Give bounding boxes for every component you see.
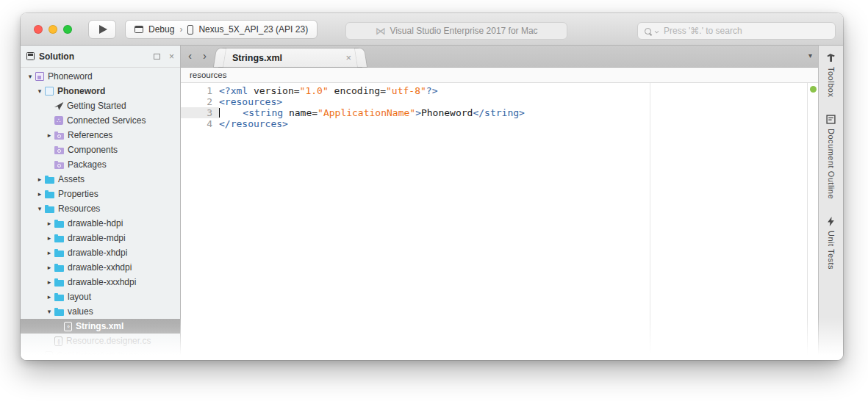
code-token: Phoneword: [421, 107, 473, 118]
editor-column: ‹ › Strings.xml × ▾ resources 1<?xml ver…: [181, 46, 818, 360]
solution-pad-header: Solution ×: [21, 46, 180, 68]
code-token: name: [289, 107, 312, 118]
close-window-button[interactable]: [34, 25, 43, 34]
tree-item[interactable]: ▸Properties: [21, 187, 180, 201]
code-line-text: <string name="ApplicationName">Phoneword…: [219, 107, 806, 118]
expand-arrow-icon[interactable]: ▸: [35, 176, 45, 183]
code-token: </string>: [473, 107, 524, 118]
tree-item[interactable]: ▸Assets: [21, 172, 180, 187]
rocket-icon: [54, 101, 63, 110]
folder-blue-icon: [45, 192, 54, 198]
tree-item[interactable]: ▸drawable-xxxhdpi: [21, 275, 180, 289]
expand-arrow-icon[interactable]: ▸: [44, 132, 54, 139]
expand-arrow-icon[interactable]: ▸: [44, 293, 54, 300]
code-token: [283, 107, 289, 118]
tab-strings-xml[interactable]: Strings.xml ×: [219, 48, 362, 67]
tree-item[interactable]: ▾Phoneword: [21, 84, 180, 98]
tree-item-label: Connected Services: [67, 115, 146, 126]
tree-item[interactable]: ▸drawable-xxhdpi: [21, 260, 180, 275]
pad-close-button[interactable]: ×: [169, 52, 174, 61]
tree-item[interactable]: Packages: [21, 157, 180, 172]
code-token: <?xml: [219, 85, 254, 96]
expand-arrow-icon[interactable]: ▸: [44, 234, 54, 242]
visual-studio-logo-icon: ⋈: [375, 26, 385, 36]
folder-blue-icon: [54, 309, 64, 316]
expand-arrow-icon[interactable]: ▸: [35, 190, 45, 198]
solution-pad-title: Solution: [39, 51, 145, 62]
expand-arrow-icon[interactable]: ▸: [44, 249, 54, 256]
folder-blue-icon: [54, 280, 64, 287]
tree-item-label: Resources: [58, 204, 100, 214]
tree-item[interactable]: ▾values: [21, 304, 180, 319]
tree-item[interactable]: ▸layout: [21, 289, 180, 304]
unit-tests-lightning-icon: [827, 217, 835, 226]
folder-blue-icon: [45, 206, 54, 213]
line-number: 3: [181, 107, 219, 118]
code-line[interactable]: 1<?xml version="1.0" encoding="utf-8"?>: [181, 85, 806, 96]
tree-item[interactable]: ▸drawable-hdpi: [21, 216, 180, 231]
expand-arrow-icon[interactable]: ▸: [44, 278, 54, 286]
traffic-lights: [34, 25, 72, 34]
pad-dock-button[interactable]: [154, 52, 160, 61]
tree-item[interactable]: Resource.designer.cs: [21, 334, 180, 348]
tree-item[interactable]: Getting Started: [21, 98, 180, 113]
zoom-window-button[interactable]: [63, 25, 72, 34]
code-token: </resources>: [219, 118, 288, 129]
code-editor[interactable]: 1<?xml version="1.0" encoding="utf-8"?>2…: [181, 85, 806, 129]
tree-item[interactable]: ▸drawable-xhdpi: [21, 245, 180, 260]
dock-tab-toolbox[interactable]: Toolbox: [826, 53, 836, 97]
code-token: [329, 85, 334, 96]
indicator-margin[interactable]: [807, 83, 818, 360]
tab-list-dropdown-icon[interactable]: ▾: [808, 51, 812, 60]
titlebar[interactable]: Debug › Nexus_5X_API_23 (API 23) ⋈ Visua…: [21, 13, 843, 46]
code-token: =: [380, 85, 386, 96]
health-indicator-dot[interactable]: [810, 86, 817, 93]
tree-item-label: drawable-xhdpi: [68, 248, 127, 258]
configuration-label: Debug: [148, 24, 174, 35]
code-token: >: [415, 107, 421, 118]
tree-item-label: drawable-hdpi: [68, 218, 123, 228]
dock-tab-label: Unit Tests: [827, 231, 836, 270]
collapse-arrow-icon[interactable]: ▾: [35, 87, 45, 95]
breadcrumb-bar[interactable]: resources: [181, 68, 818, 83]
tree-item[interactable]: CallHistoryActivity.cs: [21, 348, 180, 360]
tree-item-label: Assets: [58, 174, 85, 184]
tab-close-icon[interactable]: ×: [345, 52, 351, 63]
tree-item-label: Packages: [68, 159, 107, 170]
navigate-forward-button[interactable]: ›: [203, 49, 207, 62]
tree-item[interactable]: ▸drawable-mdpi: [21, 231, 180, 245]
code-line[interactable]: 4</resources>: [181, 118, 806, 129]
code-token: version: [254, 85, 294, 96]
run-button[interactable]: [88, 20, 116, 39]
code-line[interactable]: 2<resources>: [181, 96, 806, 107]
folder-blue-icon: [54, 251, 64, 257]
collapse-arrow-icon[interactable]: ▾: [44, 308, 54, 315]
expand-arrow-icon[interactable]: ▸: [44, 220, 54, 227]
collapse-arrow-icon[interactable]: ▾: [35, 205, 45, 212]
tree-item[interactable]: Connected Services: [21, 113, 180, 128]
global-search-field[interactable]: Press '⌘.' to search: [637, 22, 836, 40]
tree-item[interactable]: ▾Resources: [21, 201, 180, 216]
tree-item-label: Strings.xml: [76, 321, 123, 331]
folder-blue-icon: [54, 221, 64, 228]
collapse-arrow-icon[interactable]: ▾: [25, 73, 35, 80]
solution-pad: Solution × ▾Phoneword▾PhonewordGetting S…: [21, 46, 181, 360]
expand-arrow-icon[interactable]: ▸: [44, 264, 54, 271]
code-line[interactable]: 3 <string name="ApplicationName">Phonewo…: [181, 107, 806, 118]
tree-item[interactable]: ▾Phoneword: [21, 69, 180, 84]
dock-tab-unit-tests[interactable]: Unit Tests: [827, 217, 836, 270]
tree-item[interactable]: Components: [21, 143, 180, 157]
code-area[interactable]: 1<?xml version="1.0" encoding="utf-8"?>2…: [181, 83, 818, 360]
play-icon: [99, 25, 107, 34]
run-configuration-selector[interactable]: Debug › Nexus_5X_API_23 (API 23): [125, 20, 318, 39]
search-scope-chevron-icon: [655, 29, 659, 33]
dock-tab-document-outline[interactable]: Document Outline: [826, 115, 836, 199]
minimize-window-button[interactable]: [49, 25, 57, 34]
dock-icon: [154, 54, 160, 60]
breadcrumb-item[interactable]: resources: [190, 71, 227, 79]
tree-item[interactable]: Strings.xml: [21, 319, 180, 334]
tree-item[interactable]: ▸References: [21, 128, 180, 143]
navigate-back-button[interactable]: ‹: [188, 49, 192, 62]
code-token: [220, 107, 243, 118]
solution-pad-icon: [26, 52, 35, 60]
